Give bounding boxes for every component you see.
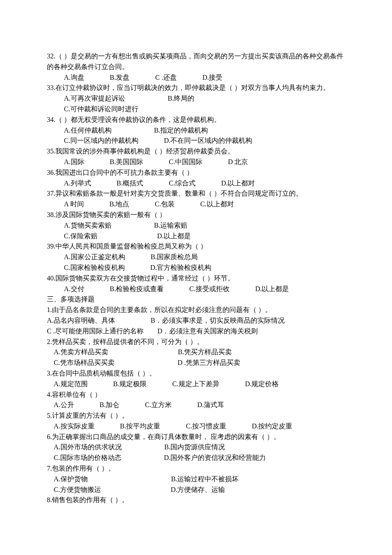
- m4-a: A.公升: [54, 401, 74, 408]
- q36-b: B.概括式: [117, 179, 144, 187]
- m2-c: C.凭市场样品买买卖: [54, 359, 115, 366]
- m1-text: 1.由于品名条款是合同的主要条款，所以在拟定时必须注意的问题有（ ）。: [47, 305, 345, 315]
- q37-d: C.以上都对: [200, 200, 234, 208]
- m1-options-2: C .尽可能使用国际上通行的名称 D．必须注意有关国家的海关税则: [47, 326, 345, 337]
- q35-c: C.中国国际: [169, 158, 202, 165]
- m7-text: 7.包装的作用有（ ）。: [47, 463, 345, 474]
- q38-b: B.运输索赔: [154, 222, 188, 229]
- q34-c: C.同一区域内的仲裁机构: [64, 137, 138, 144]
- m3-d: D.规定价格: [245, 380, 279, 387]
- section-3-heading: 三、多项选择题: [47, 294, 345, 305]
- m5-b: B.按平均皮重: [120, 422, 161, 430]
- m5-d: D.按约定皮重: [252, 422, 293, 430]
- m5-c: C.按习惯皮重: [186, 422, 226, 430]
- q32-text: 32.（ ）是交易的一方有想出售或购买某项商品，而向交易的另一方提出买卖该商品的…: [47, 51, 345, 72]
- m1-d: D．必须注意有关国家的海关税则: [157, 327, 258, 335]
- q39-b: B.国家质检总局: [151, 253, 198, 260]
- q33-a: A.可再次审提起诉讼: [64, 95, 125, 102]
- m1-c: C .尽可能使用国际上通行的名称: [47, 327, 144, 335]
- q35-b: B.美国国际: [110, 158, 144, 165]
- q33-c: C.可仲裁和诉讼同时进行: [64, 105, 138, 113]
- q35-d: D 北京: [228, 158, 248, 165]
- q32-d: D.接受: [202, 74, 223, 81]
- m7-b: B.运输过程中不被损坏: [171, 475, 239, 483]
- q35-options: A.国际 B.美国国际 C.中国国际 D 北京: [47, 157, 345, 168]
- q34-d: D.不在同一区域内的仲裁机构: [164, 137, 253, 144]
- q33-text: 33.在订立仲裁协议时，应当订明裁决的效力，即仲裁裁决是（ ）对双方当事人均具有…: [47, 83, 345, 93]
- m7-a: A.保护货物: [54, 475, 88, 483]
- q32-a: A.询盘: [64, 74, 84, 81]
- m4-options: A.公升 B.加仑 C.立方米 D.蒲式耳: [47, 400, 345, 410]
- q37-a: A 时间: [64, 200, 84, 208]
- m6-options-1: A.国外市场的供求状况 B.国内货源供应情况: [47, 442, 345, 453]
- q40-d: D.以上都是: [255, 285, 289, 292]
- q33-options-1: A.可再次审提起诉讼 B.终局的: [47, 93, 345, 104]
- q32-c: C .还盘: [155, 74, 177, 81]
- m8-text: 8.销售包装的作用有（ ）。: [47, 495, 345, 506]
- m1-a: A.品名内容明确、具体: [47, 317, 115, 324]
- m6-a: A.国外市场的供求状况: [54, 443, 122, 451]
- q38-options-1: A.货物买卖索赔 B.运输索赔: [47, 220, 345, 231]
- q40-b: B.检验检疫或查看: [110, 285, 164, 292]
- q37-b: B.地点: [110, 200, 130, 208]
- q35-text: 35.我国常设的涉外商事仲裁机构是（ ）经济贸易仲裁委员会。: [47, 146, 345, 157]
- m2-a: A.凭卖方样品买卖: [54, 348, 108, 356]
- m7-c: C.方便货物搬运: [54, 486, 101, 493]
- m6-b: B.国内货源供应情况: [164, 443, 225, 451]
- m1-b: B．必须实事求是，切实反映商品的实际情况: [151, 317, 285, 324]
- q37-options: A 时间 B.地点 C.包装 C.以上都对: [47, 199, 345, 210]
- q40-c: C.接受或拒收: [189, 285, 230, 292]
- m3-b: B.规定极限: [113, 380, 147, 387]
- m7-options-1: A.保护货物 B.运输过程中不被损坏: [47, 474, 345, 485]
- q39-options-2: C.国家检验检疫机构 D.官方检验检疫机构: [47, 263, 345, 273]
- q34-options-1: A.任何仲裁机构 B.指定的仲裁机构: [47, 125, 345, 136]
- m7-d: D.方便储存、运输: [171, 486, 225, 493]
- m4-text: 4.容积单位有（ ）: [47, 390, 345, 400]
- q34-text: 34.（ ）都无权受理设有仲裁协议的条件，这是仲裁机构。: [47, 115, 345, 125]
- q40-a: A.交付: [64, 285, 84, 292]
- q38-c: C.保险索赔: [64, 232, 98, 240]
- q36-d: D.以上都对: [221, 179, 255, 187]
- m5-a: A.按实际皮重: [54, 422, 95, 430]
- m4-d: D.蒲式耳: [197, 401, 225, 408]
- q33-options-2: C.可仲裁和诉讼同时进行: [47, 104, 345, 115]
- q37-c: C.包装: [155, 200, 175, 208]
- m4-b: B.加仑: [100, 401, 120, 408]
- q38-text: 38.涉及国际货物买卖的索赔一般有（ ）: [47, 210, 345, 220]
- m2-options-1: A.凭卖方样品买卖 B.凭买方样品买卖: [47, 347, 345, 358]
- m3-options: A.规定范围 B.规定极限 C.规定上下差异 D.规定价格: [47, 379, 345, 390]
- q36-options: A.列举式 B.概括式 C.综合式 D.以上都对: [47, 178, 345, 189]
- q36-text: 36.我国进出口合同中的不可抗力条款主要有（ ）: [47, 168, 345, 178]
- q39-text: 39.中华人民共和国质量监督检验检疫总局又称为（ ）: [47, 241, 345, 252]
- q34-a: A.任何仲裁机构: [64, 127, 112, 134]
- m2-text: 2.凭样品买卖，按样品提供者的不同，可分为（ ）。: [47, 337, 345, 347]
- m5-options: A.按实际皮重 B.按平均皮重 C.按习惯皮重 D.按约定皮重: [47, 421, 345, 432]
- m2-d: D .凭第三方样品买卖: [178, 359, 241, 366]
- q34-b: B.指定的仲裁机构: [154, 127, 208, 134]
- q33-b: B.终局的: [168, 95, 195, 102]
- q38-a: A.货物买卖索赔: [64, 222, 112, 229]
- q39-d: D.官方检验检疫机构: [150, 264, 212, 271]
- m3-a: A.规定范围: [54, 380, 88, 387]
- m6-d: D.国外客户的资信状况和经营能力: [164, 454, 266, 461]
- m5-text: 5.计算皮重的方法有（ ）。: [47, 410, 345, 421]
- q39-a: A.国家公正鉴定机构: [64, 253, 125, 260]
- q32-b: B.发盘: [110, 74, 130, 81]
- q38-options-2: C.保险索赔 D.以上都是: [47, 231, 345, 242]
- m6-options-2: C.国际市场的价格动态 D.国外客户的资信状况和经营能力: [47, 453, 345, 463]
- m2-options-2: C.凭市场样品买买卖 D .凭第三方样品买卖: [47, 358, 345, 368]
- m1-options-1: A.品名内容明确、具体 B．必须实事求是，切实反映商品的实际情况: [47, 315, 345, 326]
- q36-c: C.综合式: [169, 179, 196, 187]
- q35-a: A.国际: [64, 158, 84, 165]
- m6-text: 6.为正确掌握出口商品的成交量，在商订具体数量时， 应考虑的因素有（ ）。: [47, 432, 345, 442]
- m3-c: C.规定上下差异: [172, 380, 219, 387]
- m7-options-2: C.方便货物搬运 D.方便储存、运输: [47, 485, 345, 495]
- q40-options: A.交付 B.检验检疫或查看 C.接受或拒收 D.以上都是: [47, 284, 345, 295]
- m2-b: B.凭买方样品买卖: [178, 348, 232, 356]
- q40-text: 40.国际货物买卖双方在交接货物过程中，通常经过（ ）环节。: [47, 273, 345, 284]
- q32-options: A.询盘 B.发盘 C .还盘 D.接受: [47, 72, 345, 83]
- q34-options-2: C.同一区域内的仲裁机构 D.不在同一区域内的仲裁机构: [47, 136, 345, 146]
- m3-text: 3.在合同中品质机动幅度包括（ ）。: [47, 368, 345, 379]
- q36-a: A.列举式: [64, 179, 91, 187]
- q39-options-1: A.国家公正鉴定机构 B.国家质检总局: [47, 252, 345, 263]
